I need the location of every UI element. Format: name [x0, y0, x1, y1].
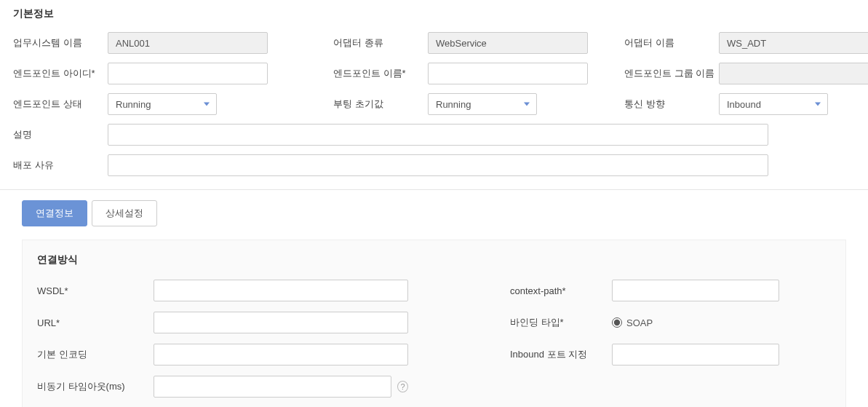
binding-type-label: 바인딩 타입*	[510, 316, 612, 329]
endpoint-group-name-label: 엔드포인트 그룹 이름	[624, 67, 719, 80]
endpoint-status-select[interactable]: Running	[108, 93, 217, 115]
wsdl-input[interactable]	[154, 280, 408, 301]
url-input[interactable]	[154, 312, 408, 333]
soap-radio-label: SOAP	[626, 317, 653, 328]
boot-init-value: Running	[428, 93, 537, 115]
system-name-input	[108, 32, 268, 54]
comm-direction-label: 통신 방향	[624, 98, 719, 111]
endpoint-name-label: 엔드포인트 이름*	[333, 67, 428, 80]
connection-section-title: 연결방식	[37, 253, 831, 266]
async-timeout-input[interactable]	[154, 376, 391, 398]
async-timeout-label: 비동기 타임아웃(ms)	[37, 380, 154, 393]
encoding-label: 기본 인코딩	[37, 348, 154, 361]
adapter-type-input	[428, 32, 588, 54]
boot-init-select[interactable]: Running	[428, 93, 537, 115]
system-name-label: 업무시스템 이름	[13, 36, 108, 50]
endpoint-id-label: 엔드포인트 아이디*	[13, 67, 108, 80]
wsdl-label: WSDL*	[37, 285, 154, 296]
context-path-input[interactable]	[612, 280, 779, 301]
soap-radio-input[interactable]	[612, 317, 622, 328]
comm-direction-value: Inbound	[719, 93, 828, 115]
tabs-row: 연결정보 상세설정	[22, 200, 846, 226]
tab-connection[interactable]: 연결정보	[22, 200, 87, 226]
tabs-container: 연결정보 상세설정 연결방식 WSDL* context-path* URL* …	[0, 189, 868, 407]
binding-type-soap-radio[interactable]: SOAP	[612, 317, 787, 328]
connection-form: WSDL* context-path* URL* 바인딩 타입* SOAP 기본…	[37, 280, 831, 398]
endpoint-status-value: Running	[108, 93, 217, 115]
basic-info-title: 기본정보	[0, 0, 868, 26]
help-icon[interactable]: ?	[397, 381, 408, 392]
endpoint-name-input[interactable]	[428, 63, 588, 84]
description-label: 설명	[13, 128, 108, 141]
endpoint-status-label: 엔드포인트 상태	[13, 98, 108, 111]
url-label: URL*	[37, 317, 154, 328]
description-input[interactable]	[108, 124, 768, 146]
tab-detail[interactable]: 상세설정	[92, 200, 157, 226]
adapter-name-label: 어댑터 이름	[624, 36, 719, 50]
inbound-port-input[interactable]	[612, 344, 779, 365]
encoding-input[interactable]	[154, 344, 408, 365]
endpoint-group-name-input	[719, 63, 868, 84]
inbound-port-label: Inbound 포트 지정	[510, 348, 612, 361]
basic-info-form: 업무시스템 이름 어댑터 종류 어댑터 이름 엔드포인트 아이디* 엔드포인트 …	[0, 26, 868, 189]
chevron-down-icon	[524, 103, 530, 106]
boot-init-label: 부팅 초기값	[333, 98, 428, 111]
connection-panel: 연결방식 WSDL* context-path* URL* 바인딩 타입* SO…	[22, 240, 846, 407]
endpoint-id-input[interactable]	[108, 63, 268, 84]
deploy-reason-label: 배포 사유	[13, 159, 108, 172]
deploy-reason-input[interactable]	[108, 154, 768, 176]
adapter-type-label: 어댑터 종류	[333, 36, 428, 50]
chevron-down-icon	[815, 103, 821, 106]
adapter-name-input	[719, 32, 868, 54]
comm-direction-select[interactable]: Inbound	[719, 93, 828, 115]
context-path-label: context-path*	[510, 285, 612, 296]
chevron-down-icon	[204, 103, 210, 106]
